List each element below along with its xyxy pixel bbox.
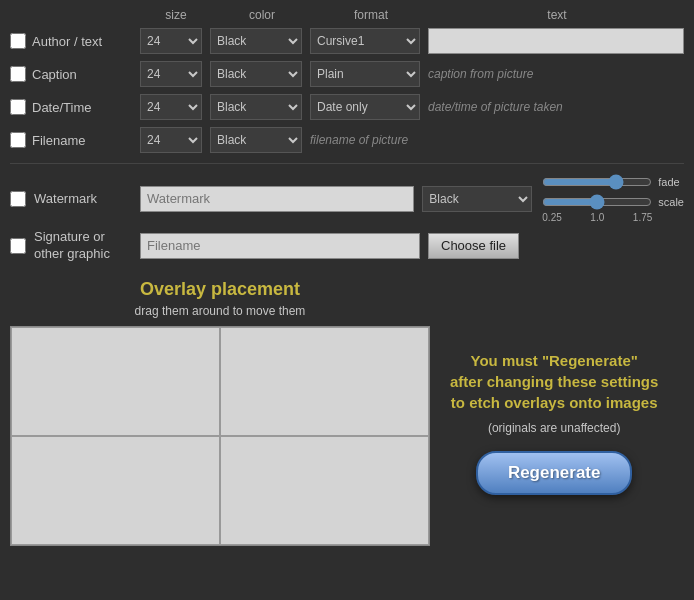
filename-label: Filename [32, 133, 140, 148]
grid-cell-tr[interactable] [220, 327, 429, 436]
tick-10: 1.0 [590, 212, 604, 223]
watermark-color-select[interactable]: BlackWhiteRedGreenBlue [422, 186, 532, 212]
caption-format-select[interactable]: PlainBoldItalic [310, 61, 420, 87]
datetime-row: Date/Time 248101214 1618202832 BlackWhit… [10, 92, 684, 122]
author-format-select[interactable]: Cursive1Cursive2PlainBold [310, 28, 420, 54]
header-color: color [212, 8, 312, 22]
caption-label: Caption [32, 67, 140, 82]
overlay-right-panel: You must "Regenerate"after changing thes… [450, 279, 658, 546]
scale-label: scale [658, 196, 684, 208]
overlay-placement-area: Overlay placement drag them around to mo… [10, 279, 430, 546]
fade-row: fade [542, 174, 679, 190]
caption-checkbox[interactable] [10, 66, 26, 82]
filename-size-select[interactable]: 248101214 1618202832 [140, 127, 202, 153]
filename-text-preview: filename of picture [310, 133, 684, 147]
author-checkbox[interactable] [10, 33, 26, 49]
watermark-label-text: Watermark [34, 191, 97, 206]
regen-notice: You must "Regenerate"after changing thes… [450, 350, 658, 413]
column-headers: size color format text [10, 8, 684, 22]
scale-ticks: 0.25 1.0 1.75 [542, 212, 652, 223]
caption-row: Caption 248101214 1618202832 BlackWhiteR… [10, 59, 684, 89]
caption-size-select[interactable]: 248101214 1618202832 [140, 61, 202, 87]
header-format: format [312, 8, 430, 22]
watermark-section: Watermark BlackWhiteRedGreenBlue fade sc… [10, 163, 684, 263]
filename-color-select[interactable]: BlackWhiteRedGreenBlue [210, 127, 302, 153]
choose-file-button[interactable]: Choose file [428, 233, 519, 259]
datetime-format-select[interactable]: Date onlyDate and timeTime only [310, 94, 420, 120]
signature-row: Signature orother graphic Choose file [10, 229, 684, 263]
fade-slider-area: fade scale 0.25 1.0 1.75 [542, 174, 684, 223]
regenerate-button[interactable]: Regenerate [476, 451, 633, 495]
grid-cell-br[interactable] [220, 436, 429, 545]
caption-color-select[interactable]: BlackWhiteRedGreenBlue [210, 61, 302, 87]
author-label: Author / text [32, 34, 140, 49]
watermark-row-label: Watermark [10, 191, 140, 207]
signature-checkbox[interactable] [10, 238, 26, 254]
header-size: size [140, 8, 212, 22]
watermark-row: Watermark BlackWhiteRedGreenBlue fade sc… [10, 174, 684, 223]
datetime-color-select[interactable]: BlackWhiteRedGreenBlue [210, 94, 302, 120]
datetime-checkbox[interactable] [10, 99, 26, 115]
header-text: text [430, 8, 684, 22]
tick-175: 1.75 [633, 212, 652, 223]
author-size-select[interactable]: 248101214 1618202832 [140, 28, 202, 54]
tick-025: 0.25 [542, 212, 561, 223]
fade-label: fade [658, 176, 679, 188]
watermark-checkbox[interactable] [10, 191, 26, 207]
datetime-label: Date/Time [32, 100, 140, 115]
regen-notice-sub: (originals are unaffected) [488, 421, 621, 435]
scale-slider[interactable] [542, 194, 652, 210]
author-color-select[interactable]: BlackWhiteRedGreenBlue [210, 28, 302, 54]
watermark-text-input[interactable] [140, 186, 414, 212]
datetime-text-preview: date/time of picture taken [428, 100, 684, 114]
scale-row: scale [542, 194, 684, 210]
filename-checkbox[interactable] [10, 132, 26, 148]
main-container: size color format text Author / text 248… [0, 0, 694, 554]
overlay-grid[interactable] [10, 326, 430, 546]
signature-filename-input[interactable] [140, 233, 420, 259]
datetime-size-select[interactable]: 248101214 1618202832 [140, 94, 202, 120]
signature-row-label: Signature orother graphic [10, 229, 140, 263]
signature-label-text: Signature orother graphic [34, 229, 110, 263]
author-text-input[interactable] [428, 28, 684, 54]
overlay-title: Overlay placement [10, 279, 430, 300]
fade-slider[interactable] [542, 174, 652, 190]
caption-text-preview: caption from picture [428, 67, 684, 81]
overlay-subtitle: drag them around to move them [10, 304, 430, 318]
grid-cell-tl[interactable] [11, 327, 220, 436]
grid-cell-bl[interactable] [11, 436, 220, 545]
author-row: Author / text 248101214 1618202832 Black… [10, 26, 684, 56]
filename-row: Filename 248101214 1618202832 BlackWhite… [10, 125, 684, 155]
overlay-section: Overlay placement drag them around to mo… [10, 279, 684, 546]
